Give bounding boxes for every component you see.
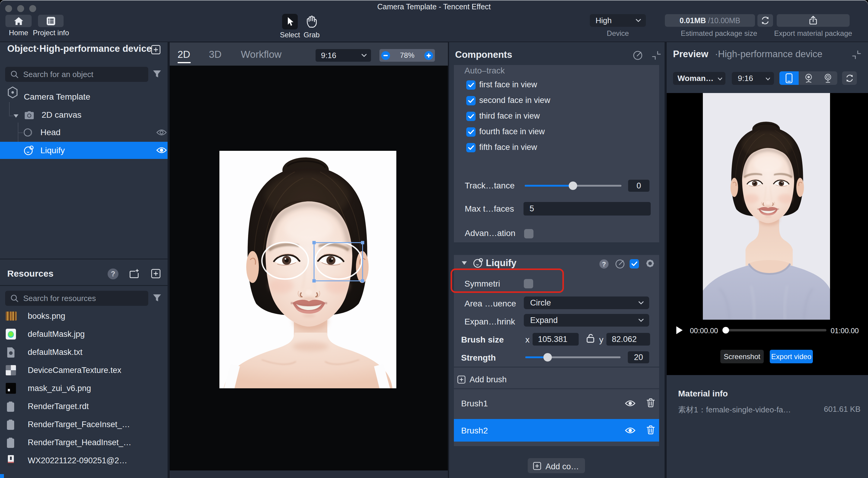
svg-text:?: ? xyxy=(602,260,606,268)
svg-text:?: ? xyxy=(111,270,116,278)
